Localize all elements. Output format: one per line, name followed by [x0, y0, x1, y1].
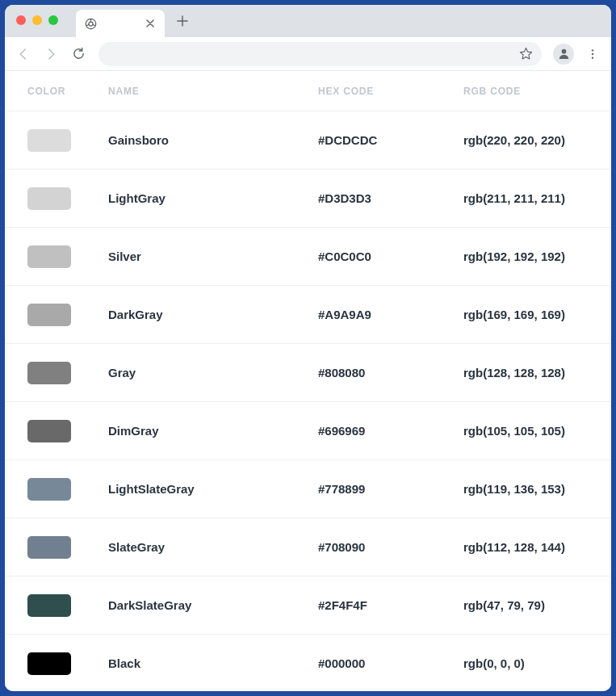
svg-point-5 — [592, 57, 593, 58]
window-close-button[interactable] — [16, 15, 26, 25]
color-hex: #000000 — [318, 656, 463, 670]
browser-tab[interactable] — [76, 10, 165, 37]
color-name: DimGray — [108, 424, 318, 438]
color-name: SlateGray — [108, 540, 318, 554]
th-name: NAME — [108, 86, 318, 97]
color-rgb: rgb(105, 105, 105) — [463, 424, 589, 438]
color-swatch — [27, 652, 71, 675]
color-rgb: rgb(128, 128, 128) — [463, 366, 589, 379]
table-header-row: COLOR NAME HEX CODE RGB CODE — [5, 71, 611, 111]
tab-close-button[interactable] — [144, 17, 157, 30]
url-input[interactable] — [105, 48, 516, 61]
new-tab-button[interactable] — [171, 10, 194, 32]
color-hex: #696969 — [318, 424, 463, 438]
th-hex: HEX CODE — [318, 86, 463, 97]
window-maximize-button[interactable] — [48, 15, 58, 25]
svg-point-4 — [592, 52, 593, 54]
color-rgb: rgb(47, 79, 79) — [463, 598, 589, 612]
profile-avatar[interactable] — [553, 44, 574, 65]
color-swatch — [27, 245, 71, 268]
color-hex: #778899 — [318, 482, 463, 496]
table-row: Gainsboro#DCDCDCrgb(220, 220, 220) — [5, 111, 611, 170]
color-swatch — [27, 420, 71, 442]
color-swatch — [27, 129, 71, 152]
color-name: Gray — [108, 366, 318, 379]
svg-point-2 — [561, 49, 566, 54]
color-name: DarkGray — [108, 308, 318, 321]
color-rgb: rgb(0, 0, 0) — [463, 656, 589, 670]
reload-button[interactable] — [66, 42, 90, 66]
color-name: Gainsboro — [108, 133, 318, 147]
window-controls — [16, 15, 58, 25]
bookmark-star-icon[interactable] — [516, 44, 535, 64]
chrome-favicon-icon — [84, 17, 97, 30]
forward-button[interactable] — [39, 42, 63, 66]
color-hex: #A9A9A9 — [318, 308, 463, 321]
color-hex: #DCDCDC — [318, 133, 463, 147]
th-color: COLOR — [27, 86, 108, 97]
browser-window: COLOR NAME HEX CODE RGB CODE Gainsboro#D… — [5, 5, 611, 691]
color-rgb: rgb(169, 169, 169) — [463, 308, 589, 321]
browser-toolbar — [5, 37, 611, 71]
table-row: LightGray#D3D3D3rgb(211, 211, 211) — [5, 170, 611, 228]
svg-point-3 — [592, 49, 593, 51]
table-row: SlateGray#708090rgb(112, 128, 144) — [5, 518, 611, 577]
color-name: LightSlateGray — [108, 482, 318, 496]
kebab-menu-icon[interactable] — [580, 42, 605, 66]
color-hex: #C0C0C0 — [318, 249, 463, 263]
table-row: Gray#808080rgb(128, 128, 128) — [5, 344, 611, 402]
address-bar[interactable] — [98, 42, 542, 66]
color-swatch — [27, 304, 71, 326]
page-content: COLOR NAME HEX CODE RGB CODE Gainsboro#D… — [5, 71, 611, 691]
color-rgb: rgb(112, 128, 144) — [463, 540, 589, 554]
th-rgb: RGB CODE — [463, 86, 589, 97]
svg-point-1 — [89, 22, 93, 26]
color-hex: #2F4F4F — [318, 598, 463, 612]
color-table: COLOR NAME HEX CODE RGB CODE Gainsboro#D… — [5, 71, 611, 691]
color-rgb: rgb(211, 211, 211) — [463, 191, 589, 205]
tab-strip — [5, 5, 611, 37]
color-name: Silver — [108, 249, 318, 263]
color-name: Black — [108, 656, 318, 670]
table-row: DimGray#696969rgb(105, 105, 105) — [5, 402, 611, 460]
table-row: LightSlateGray#778899rgb(119, 136, 153) — [5, 460, 611, 518]
color-swatch — [27, 187, 71, 210]
window-minimize-button[interactable] — [32, 15, 42, 25]
color-rgb: rgb(192, 192, 192) — [463, 249, 589, 263]
color-hex: #808080 — [318, 366, 463, 379]
color-rgb: rgb(220, 220, 220) — [463, 133, 589, 147]
color-name: LightGray — [108, 191, 318, 205]
color-swatch — [27, 594, 71, 617]
color-swatch — [27, 362, 71, 384]
back-button[interactable] — [11, 42, 36, 66]
color-name: DarkSlateGray — [108, 598, 318, 612]
table-row: Black#000000rgb(0, 0, 0) — [5, 635, 611, 691]
color-swatch — [27, 478, 71, 501]
color-rgb: rgb(119, 136, 153) — [463, 482, 589, 496]
table-row: DarkSlateGray#2F4F4Frgb(47, 79, 79) — [5, 577, 611, 635]
table-row: Silver#C0C0C0rgb(192, 192, 192) — [5, 228, 611, 286]
table-row: DarkGray#A9A9A9rgb(169, 169, 169) — [5, 286, 611, 344]
color-hex: #D3D3D3 — [318, 191, 463, 205]
color-swatch — [27, 536, 71, 559]
color-hex: #708090 — [318, 540, 463, 554]
